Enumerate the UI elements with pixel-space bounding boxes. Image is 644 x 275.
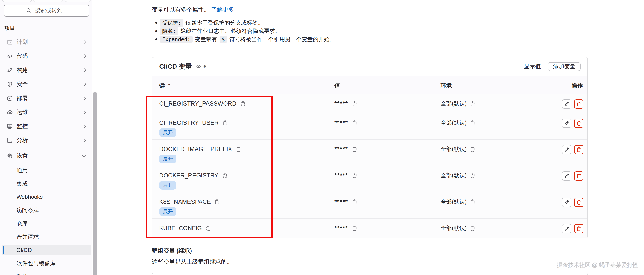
sidebar-subitem-label: 集成 bbox=[16, 180, 28, 188]
row-actions bbox=[562, 119, 584, 128]
sidebar-subitem-access-tokens[interactable]: 访问令牌 bbox=[0, 204, 92, 217]
sidebar-item-settings[interactable]: 设置 bbox=[0, 149, 92, 163]
edit-variable-button[interactable] bbox=[562, 145, 571, 154]
copy-key-icon[interactable] bbox=[240, 100, 246, 107]
sidebar-subitem-integrations[interactable]: 集成 bbox=[0, 177, 92, 190]
copy-key-icon[interactable] bbox=[222, 120, 228, 126]
variable-key: DOCKER_REGISTRY bbox=[159, 172, 218, 179]
variable-environment: 全部(默认) bbox=[440, 119, 466, 127]
variable-key-cell: DOCKER_IMAGE_PREFIX展开 bbox=[159, 145, 242, 163]
sidebar-item-deploy[interactable]: 部署 bbox=[0, 91, 92, 105]
sidebar-subitem-webhooks[interactable]: Webhooks bbox=[0, 190, 92, 204]
sidebar-item-analyze[interactable]: 分析 bbox=[0, 133, 92, 147]
sidebar-subitem-repository[interactable]: 仓库 bbox=[0, 217, 92, 230]
sidebar-item-build[interactable]: 构建 bbox=[0, 63, 92, 77]
delete-variable-button[interactable] bbox=[574, 198, 584, 207]
trash-icon bbox=[576, 147, 582, 152]
learn-more-link[interactable]: 了解更多。 bbox=[211, 6, 240, 13]
variable-environment: 全部(默认) bbox=[440, 172, 466, 180]
expand-badge[interactable]: 展开 bbox=[159, 128, 176, 137]
expand-badge[interactable]: 展开 bbox=[159, 181, 176, 190]
copy-environment-icon[interactable] bbox=[470, 100, 476, 107]
copy-key-icon[interactable] bbox=[222, 172, 228, 179]
copy-value-icon[interactable] bbox=[352, 100, 358, 107]
edit-variable-button[interactable] bbox=[562, 119, 571, 128]
sidebar-subitem-label: 合并请求 bbox=[16, 233, 39, 241]
cicd-variables-card: CI/CD 变量 6 显示值 添加变量 键 ↑ 值 环境 操作 CI_REGIS… bbox=[152, 57, 588, 238]
table-row: K8S_NAMESPACE展开*****全部(默认) bbox=[152, 192, 588, 219]
bullet-dot: • bbox=[155, 28, 158, 35]
copy-environment-icon[interactable] bbox=[470, 172, 476, 179]
sidebar: 搜索或转到... 项目 计划代码构建安全部署运维监控分析 设置 通用集成Webh… bbox=[0, 0, 92, 275]
sidebar-item-monitor[interactable]: 监控 bbox=[0, 119, 92, 133]
copy-environment-icon[interactable] bbox=[470, 199, 476, 205]
edit-variable-button[interactable] bbox=[562, 171, 571, 180]
sidebar-subitem-packages[interactable]: 软件包与镜像库 bbox=[0, 257, 92, 270]
copy-value-icon[interactable] bbox=[352, 172, 358, 179]
edit-variable-button[interactable] bbox=[562, 224, 571, 233]
sidebar-section-label: 项目 bbox=[4, 24, 15, 31]
sidebar-subitem-monitor[interactable]: 监控 bbox=[0, 270, 92, 275]
topbar-cutoff-button-2[interactable] bbox=[33, 0, 63, 2]
variables-count: 6 bbox=[204, 63, 207, 70]
edit-variable-button[interactable] bbox=[562, 198, 571, 207]
variable-key-line: DOCKER_IMAGE_PREFIX bbox=[159, 145, 242, 154]
variable-key: DOCKER_IMAGE_PREFIX bbox=[159, 146, 232, 153]
topbar-cutoff-button-3[interactable] bbox=[65, 0, 91, 2]
variable-key-line: CI_REGISTRY_PASSWORD bbox=[159, 99, 246, 108]
copy-environment-icon[interactable] bbox=[470, 146, 476, 152]
column-header-key[interactable]: 键 ↑ bbox=[159, 82, 170, 90]
sidebar-subitem-merge-requests[interactable]: 合并请求 bbox=[0, 230, 92, 244]
add-variable-button[interactable]: 添加变量 bbox=[548, 62, 580, 71]
copy-value-icon[interactable] bbox=[352, 146, 358, 152]
pencil-icon bbox=[564, 226, 570, 232]
topbar-cutoff-button-1[interactable] bbox=[2, 0, 32, 2]
delete-variable-button[interactable] bbox=[574, 100, 584, 109]
copy-environment-icon[interactable] bbox=[470, 120, 476, 126]
sidebar-subitem-general[interactable]: 通用 bbox=[0, 164, 92, 177]
edit-variable-button[interactable] bbox=[562, 100, 571, 109]
copy-environment-icon[interactable] bbox=[470, 225, 476, 231]
pencil-icon bbox=[564, 120, 570, 126]
sidebar-item-security[interactable]: 安全 bbox=[0, 77, 92, 91]
table-row: DOCKER_REGISTRY展开*****全部(默认) bbox=[152, 166, 588, 192]
sidebar-subitem-cicd[interactable]: CI/CD bbox=[0, 244, 92, 257]
expand-badge[interactable]: 展开 bbox=[159, 207, 176, 216]
sidebar-item-code[interactable]: 代码 bbox=[0, 49, 92, 63]
reveal-values-button[interactable]: 显示值 bbox=[524, 63, 541, 70]
variable-value-masked: ***** bbox=[334, 100, 348, 107]
sidebar-divider bbox=[0, 34, 92, 34]
copy-key-icon[interactable] bbox=[235, 146, 242, 152]
variable-key: CI_REGISTRY_USER bbox=[159, 120, 219, 126]
table-row: CI_REGISTRY_PASSWORD*****全部(默认) bbox=[152, 94, 588, 114]
copy-value-icon[interactable] bbox=[352, 225, 358, 231]
sidebar-subitem-label: 监控 bbox=[16, 273, 28, 275]
table-row: CI_REGISTRY_USER展开*****全部(默认) bbox=[152, 114, 588, 140]
delete-variable-button[interactable] bbox=[574, 224, 584, 233]
sidebar-item-operate[interactable]: 运维 bbox=[0, 105, 92, 119]
sidebar-item-plan[interactable]: 计划 bbox=[0, 35, 92, 49]
copy-key-icon[interactable] bbox=[205, 225, 211, 231]
sidebar-scrollbar-thumb[interactable] bbox=[94, 92, 96, 275]
variable-key-line: DOCKER_REGISTRY bbox=[159, 171, 228, 180]
deploy-icon bbox=[6, 95, 13, 102]
copy-value-icon[interactable] bbox=[352, 199, 358, 205]
trash-icon bbox=[576, 101, 582, 107]
expand-badge[interactable]: 展开 bbox=[159, 154, 176, 163]
search-input[interactable]: 搜索或转到... bbox=[4, 4, 89, 16]
sidebar-item-label: 代码 bbox=[17, 52, 28, 60]
sort-ascending-icon: ↑ bbox=[168, 82, 170, 90]
copy-key-icon[interactable] bbox=[214, 199, 220, 205]
copy-value-icon[interactable] bbox=[352, 120, 358, 126]
row-actions bbox=[562, 145, 584, 154]
inline-code-chip: 隐藏: bbox=[160, 27, 178, 35]
delete-variable-button[interactable] bbox=[574, 119, 584, 128]
bullet-dot: • bbox=[155, 36, 158, 43]
delete-variable-button[interactable] bbox=[574, 145, 584, 154]
delete-variable-button[interactable] bbox=[574, 171, 584, 180]
variable-key: CI_REGISTRY_PASSWORD bbox=[159, 100, 236, 107]
sidebar-settings-slot: 设置 bbox=[0, 149, 92, 163]
calendar-icon bbox=[6, 39, 13, 46]
variable-environment: 全部(默认) bbox=[440, 146, 466, 153]
sidebar-item-label: 计划 bbox=[17, 38, 28, 46]
